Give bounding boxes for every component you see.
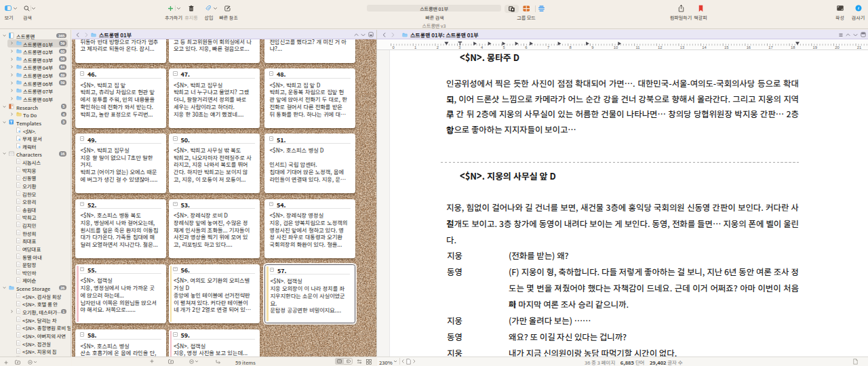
- svg-text:0: 0: [392, 45, 394, 49]
- svg-text:18: 18: [791, 45, 795, 49]
- svg-text:16: 16: [747, 45, 751, 49]
- svg-text:7: 7: [547, 45, 549, 49]
- svg-text:1: 1: [414, 45, 416, 49]
- svg-text:12: 12: [658, 45, 662, 49]
- svg-text:21: 21: [857, 45, 861, 49]
- svg-text:20: 20: [835, 45, 839, 49]
- svg-text:9: 9: [591, 45, 593, 49]
- svg-text:17: 17: [768, 45, 772, 49]
- svg-text:11: 11: [635, 45, 639, 49]
- svg-text:19: 19: [813, 45, 817, 49]
- svg-text:2: 2: [437, 45, 439, 49]
- svg-text:13: 13: [680, 45, 684, 49]
- svg-text:15: 15: [724, 45, 728, 49]
- svg-text:6: 6: [525, 45, 527, 49]
- svg-text:10: 10: [614, 45, 618, 49]
- svg-text:5: 5: [503, 45, 505, 49]
- svg-text:i: i: [858, 5, 859, 10]
- svg-text:14: 14: [702, 45, 707, 49]
- svg-text:8: 8: [570, 45, 572, 49]
